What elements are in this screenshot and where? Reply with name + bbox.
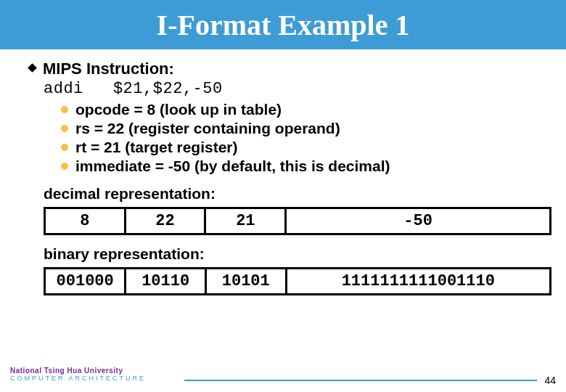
cell-opcode: 8	[45, 208, 126, 234]
decimal-label: decimal representation:	[44, 185, 537, 203]
list-item: immediate = -50 (by default, this is dec…	[61, 158, 537, 175]
university-name: National Tsing Hua University	[10, 367, 146, 375]
list-item: rs = 22 (register containing operand)	[61, 120, 537, 137]
cell-rt: 21	[205, 208, 286, 234]
bullet-text: rs = 22 (register containing operand)	[75, 120, 340, 137]
dot-icon	[61, 144, 68, 151]
list-item: opcode = 8 (look up in table)	[61, 101, 537, 118]
footer: 44	[0, 375, 566, 386]
cell-rs: 22	[125, 208, 205, 234]
dot-icon	[61, 106, 68, 113]
binary-table: 001000 10110 10101 1111111111001110	[44, 267, 551, 295]
cell-opcode: 001000	[45, 269, 126, 295]
code-line: addi $21,$22,-50	[44, 80, 537, 98]
bullet-text: rt = 21 (target register)	[75, 139, 238, 156]
list-item: rt = 21 (target register)	[61, 139, 537, 156]
cell-imm: 1111111111001110	[286, 269, 550, 295]
slide-title: I-Format Example 1	[157, 8, 410, 42]
section-heading: MIPS Instruction:	[43, 60, 174, 78]
dot-icon	[61, 125, 68, 132]
binary-label: binary representation:	[44, 245, 537, 263]
cell-rs: 10110	[126, 269, 206, 295]
table-row: 8 22 21 -50	[45, 208, 551, 234]
dot-icon	[61, 163, 68, 170]
title-bar: I-Format Example 1	[0, 0, 566, 49]
bullet-text: immediate = -50 (by default, this is dec…	[75, 158, 390, 175]
diamond-bullet-icon	[28, 63, 37, 73]
cell-rt: 10101	[205, 269, 286, 295]
heading-row: MIPS Instruction:	[29, 60, 537, 78]
table-row: 001000 10110 10101 1111111111001110	[45, 269, 551, 295]
bullet-text: opcode = 8 (look up in table)	[75, 101, 282, 118]
footer-line	[184, 380, 537, 381]
cell-imm: -50	[286, 208, 551, 234]
bullet-list: opcode = 8 (look up in table) rs = 22 (r…	[61, 101, 537, 175]
slide-content: MIPS Instruction: addi $21,$22,-50 opcod…	[0, 49, 566, 295]
decimal-table: 8 22 21 -50	[44, 207, 551, 235]
page-number: 44	[544, 375, 556, 386]
